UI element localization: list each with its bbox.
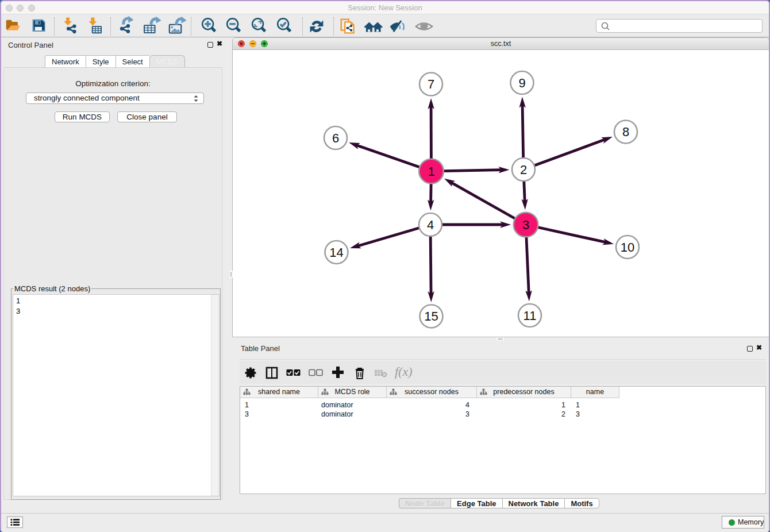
svg-text:1: 1 xyxy=(428,164,434,179)
svg-text:10: 10 xyxy=(621,240,634,255)
svg-text:9: 9 xyxy=(518,76,525,90)
svg-text:8: 8 xyxy=(622,125,629,139)
svg-text:2: 2 xyxy=(520,163,527,177)
svg-text:14: 14 xyxy=(329,245,343,260)
svg-text:4: 4 xyxy=(427,218,434,232)
svg-text:15: 15 xyxy=(424,309,438,323)
svg-text:11: 11 xyxy=(523,309,537,323)
svg-text:7: 7 xyxy=(428,77,434,91)
svg-text:3: 3 xyxy=(522,218,529,232)
svg-text:6: 6 xyxy=(332,131,339,145)
